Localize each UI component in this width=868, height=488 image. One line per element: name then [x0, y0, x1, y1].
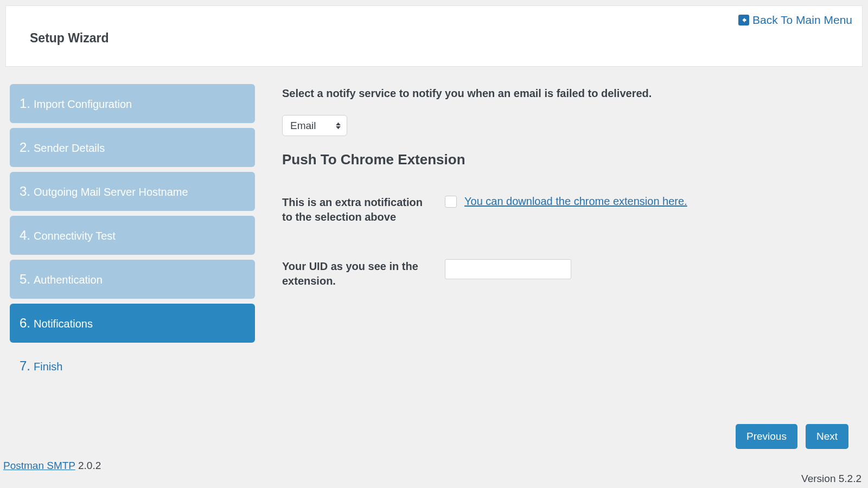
step-number: 6. [20, 316, 30, 331]
step-label: Notifications [34, 318, 93, 330]
notify-service-select-wrap: Email [282, 115, 347, 136]
step-number: 5. [20, 272, 30, 287]
step-label: Sender Details [34, 142, 105, 155]
main-panel: Select a notify service to notify you wh… [282, 84, 863, 389]
extra-notification-label: This is an extra notification to the sel… [282, 195, 445, 224]
step-notifications[interactable]: 6. Notifications [10, 304, 255, 343]
step-sender-details[interactable]: 2. Sender Details [10, 128, 255, 167]
next-button[interactable]: Next [806, 424, 848, 449]
wp-version: Version 5.2.2 [801, 473, 861, 485]
product-version: 2.0.2 [75, 460, 101, 471]
step-label: Finish [34, 361, 62, 373]
page-title: Setup Wizard [30, 31, 850, 46]
step-label: Outgoing Mail Server Hostname [34, 186, 188, 198]
download-chrome-extension-link[interactable]: You can download the chrome extension he… [464, 195, 687, 208]
wizard-steps-sidebar: 1. Import Configuration 2. Sender Detail… [5, 84, 255, 389]
step-import-configuration[interactable]: 1. Import Configuration [10, 84, 255, 123]
previous-button[interactable]: Previous [736, 424, 797, 449]
instruction-text: Select a notify service to notify you wh… [282, 87, 846, 100]
step-outgoing-mail-server-hostname[interactable]: 3. Outgoing Mail Server Hostname [10, 172, 255, 211]
nav-buttons: Previous Next [736, 424, 848, 449]
content-wrap: 1. Import Configuration 2. Sender Detail… [0, 72, 868, 389]
step-number: 2. [20, 140, 30, 155]
uid-input[interactable] [445, 259, 571, 279]
uid-controls [445, 259, 846, 279]
back-link-label: Back To Main Menu [752, 14, 852, 27]
section-title: Push To Chrome Extension [282, 151, 846, 168]
step-number: 7. [20, 358, 30, 374]
step-number: 4. [20, 228, 30, 243]
header-card: Back To Main Menu Setup Wizard [5, 5, 863, 67]
step-number: 3. [20, 184, 30, 199]
step-finish[interactable]: 7. Finish [10, 348, 255, 384]
extra-notification-checkbox[interactable] [445, 196, 457, 208]
uid-row: Your UID as you see in the extension. [282, 259, 846, 288]
step-connectivity-test[interactable]: 4. Connectivity Test [10, 216, 255, 255]
extra-notification-row: This is an extra notification to the sel… [282, 195, 846, 224]
back-to-main-menu-link[interactable]: Back To Main Menu [738, 14, 852, 27]
step-authentication[interactable]: 5. Authentication [10, 260, 255, 299]
step-label: Authentication [34, 274, 103, 286]
step-label: Import Configuration [34, 98, 132, 111]
step-number: 1. [20, 96, 30, 111]
step-label: Connectivity Test [34, 230, 116, 242]
footer-left: Postman SMTP 2.0.2 [3, 460, 101, 472]
arrow-left-icon [738, 15, 749, 25]
extra-notification-controls: You can download the chrome extension he… [445, 195, 846, 208]
notify-service-select[interactable]: Email [282, 115, 347, 136]
postman-smtp-link[interactable]: Postman SMTP [3, 460, 75, 471]
uid-label: Your UID as you see in the extension. [282, 259, 445, 288]
